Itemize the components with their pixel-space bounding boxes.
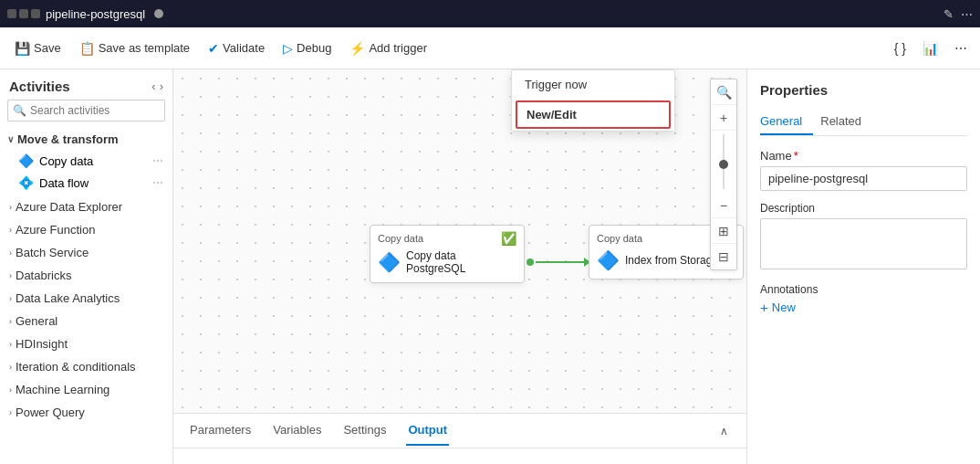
zoom-in-button[interactable]: + (711, 105, 736, 131)
props-name-field: Name * (760, 149, 967, 191)
data-flow-icon: 💠 (18, 175, 34, 190)
node-storage-icon: 🔷 (597, 249, 620, 271)
sidebar-cat-label: HDInsight (16, 337, 68, 351)
sidebar-cat-label: Power Query (16, 406, 85, 419)
titlebar-icons: ✎ ⋯ (944, 7, 973, 21)
copy-data-icon: 🔷 (18, 153, 34, 168)
sidebar-cat-label: Iteration & conditionals (16, 360, 136, 374)
chevron-down-icon: ∨ (7, 134, 14, 144)
sidebar-item-machine-learning[interactable]: › Machine Learning (0, 378, 172, 401)
main-content: Activities ‹ › 🔍 ∨ Move & transform 🔷 Co… (0, 69, 980, 464)
save-button[interactable]: 💾 Save (7, 37, 68, 59)
props-name-required: * (794, 149, 798, 163)
sidebar-cat-label: Azure Function (16, 223, 95, 237)
sidebar-item-iteration-conditionals[interactable]: › Iteration & conditionals (0, 355, 172, 378)
toolbar-right: { } 📊 ⋯ (889, 37, 973, 59)
code-icon[interactable]: { } (889, 37, 912, 59)
data-flow-more-icon[interactable]: ⋯ (152, 176, 163, 189)
search-icon: 🔍 (13, 104, 26, 117)
toolbar-more-icon[interactable]: ⋯ (949, 37, 973, 59)
toolbar: 💾 Save 📋 Save as template ✔ Validate ▷ D… (0, 27, 980, 69)
titlebar-edit-icon[interactable]: ✎ (944, 7, 954, 21)
node-postgresql-header: Copy data ✅ (378, 231, 516, 246)
props-annotations-field: Annotations + New (760, 283, 967, 315)
chevron-right-icon: › (9, 248, 12, 258)
titlebar: pipeline-postgresql ✎ ⋯ (0, 0, 980, 27)
sidebar-item-databricks[interactable]: › Databricks (0, 264, 172, 287)
props-description-textarea[interactable] (760, 218, 967, 269)
trigger-now-item[interactable]: Trigger now (512, 70, 674, 99)
node-postgresql-type: Copy data (378, 233, 423, 244)
sidebar-group-label: Move & transform (17, 132, 119, 146)
bottom-panel: Parameters Variables Settings Output ∧ (173, 413, 746, 464)
sidebar-header: Activities ‹ › (0, 69, 172, 100)
titlebar-close-dot (154, 9, 163, 18)
sidebar-item-general[interactable]: › General (0, 310, 172, 332)
plus-icon: + (760, 300, 768, 315)
layout-button[interactable]: ⊟ (711, 244, 736, 269)
properties-panel: Properties General Related Name * Descri… (746, 69, 980, 464)
sidebar-item-hdinsight[interactable]: › HDInsight (0, 332, 172, 355)
sidebar-title: Activities (9, 79, 70, 94)
node-storage-type: Copy data (597, 233, 642, 244)
sidebar-item-data-flow[interactable]: 💠 Data flow ⋯ (0, 172, 172, 194)
sidebar-item-data-flow-label: Data flow (39, 176, 89, 190)
sidebar-item-batch-service[interactable]: › Batch Service (0, 241, 172, 264)
sidebar-item-data-lake-analytics[interactable]: › Data Lake Analytics (0, 287, 172, 310)
chevron-right-icon: › (9, 226, 12, 235)
new-edit-item[interactable]: New/Edit (516, 100, 671, 129)
add-trigger-button[interactable]: ⚡ Add trigger (342, 37, 434, 59)
tab-output[interactable]: Output (406, 416, 449, 446)
node-storage-name: Index from Storage (625, 254, 718, 267)
chevron-right-icon: › (9, 271, 12, 280)
props-tab-general[interactable]: General (760, 109, 813, 135)
props-annotations-label: Annotations (760, 283, 967, 296)
connector-arrow (526, 261, 590, 263)
props-tab-related[interactable]: Related (820, 109, 872, 135)
sidebar-item-copy-data[interactable]: 🔷 Copy data ⋯ (0, 150, 172, 172)
bottom-panel-chevron-icon[interactable]: ∧ (716, 421, 732, 441)
tab-variables[interactable]: Variables (271, 416, 323, 446)
canvas-zoom-toolbar: 🔍 + − ⊞ ⊟ (710, 79, 737, 270)
add-annotation-button[interactable]: + New (760, 300, 967, 315)
sidebar-section-move-transform: ∨ Move & transform 🔷 Copy data ⋯ 💠 Data … (0, 127, 172, 195)
sidebar-search: 🔍 (7, 100, 165, 121)
sidebar-cat-label: Azure Data Explorer (16, 200, 122, 214)
sidebar-item-azure-data-explorer[interactable]: › Azure Data Explorer (0, 195, 172, 218)
connector-line (536, 261, 584, 263)
chevron-right-icon: › (9, 340, 12, 349)
tab-parameters[interactable]: Parameters (188, 416, 253, 446)
debug-button[interactable]: ▷ Debug (276, 37, 339, 59)
expand-icon[interactable]: › (160, 79, 163, 93)
props-name-input[interactable] (760, 166, 967, 191)
properties-tabs: General Related (760, 109, 967, 136)
sidebar-cat-label: Batch Service (16, 246, 89, 259)
props-name-label: Name * (760, 149, 967, 163)
sidebar-item-power-query[interactable]: › Power Query (0, 401, 172, 424)
save-as-template-button[interactable]: 📋 Save as template (72, 37, 197, 59)
copy-data-more-icon[interactable]: ⋯ (152, 154, 163, 167)
search-canvas-icon[interactable]: 🔍 (711, 79, 736, 105)
collapse-icon[interactable]: ‹ (151, 79, 155, 93)
zoom-out-button[interactable]: − (711, 193, 736, 218)
titlebar-more-icon[interactable]: ⋯ (961, 7, 973, 21)
chevron-right-icon: › (9, 317, 12, 326)
sidebar-item-azure-function[interactable]: › Azure Function (0, 218, 172, 241)
tab-settings[interactable]: Settings (341, 416, 388, 446)
zoom-slider[interactable] (711, 131, 736, 193)
chevron-right-icon: › (9, 385, 12, 395)
fit-view-button[interactable]: ⊞ (711, 218, 736, 244)
connector-dot (526, 258, 534, 266)
trigger-icon: ⚡ (349, 41, 365, 56)
node-postgresql-check-icon: ✅ (501, 231, 516, 246)
save-icon: 💾 (15, 41, 30, 56)
titlebar-title: pipeline-postgresql (46, 7, 145, 21)
validate-button[interactable]: ✔ Validate (201, 37, 272, 59)
sidebar-cat-label: Machine Learning (16, 383, 109, 396)
titlebar-app-icon (7, 9, 40, 18)
search-input[interactable] (7, 100, 165, 121)
activity-node-postgresql[interactable]: Copy data ✅ 🔷 Copy data PostgreSQL (370, 225, 525, 283)
sidebar-group-move-transform[interactable]: ∨ Move & transform (0, 129, 172, 150)
monitor-icon[interactable]: 📊 (917, 37, 944, 59)
add-annotation-label: New (772, 301, 796, 314)
